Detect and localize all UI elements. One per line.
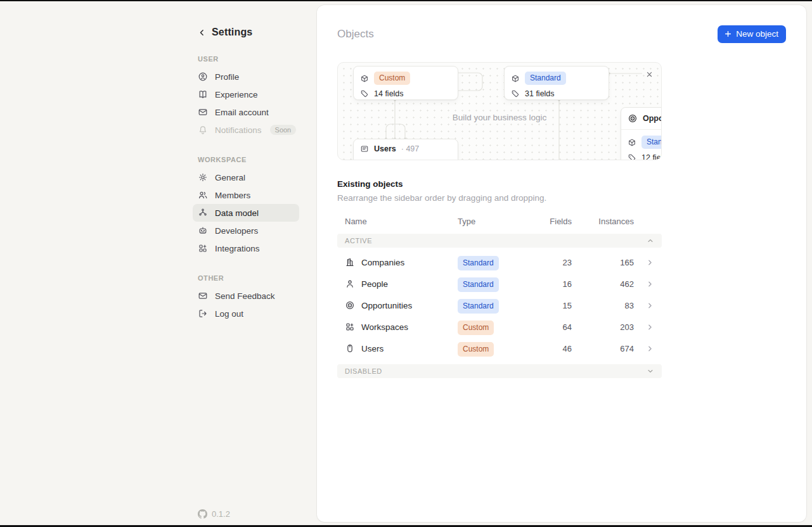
column-fields: Fields bbox=[527, 217, 572, 226]
fields-count: 14 fields bbox=[374, 89, 404, 98]
panel-header: Objects New object bbox=[337, 25, 786, 43]
instances-count: 83 bbox=[572, 301, 634, 310]
user-circle-icon bbox=[198, 72, 208, 82]
mail-icon bbox=[198, 291, 208, 301]
tag-icon bbox=[628, 153, 636, 160]
sidebar-item-general[interactable]: General bbox=[193, 168, 299, 186]
objects-table: Name Type Fields Instances ACTIVECompani… bbox=[337, 213, 662, 378]
banner-card-users: Users · 497 bbox=[353, 139, 458, 160]
column-name: Name bbox=[345, 217, 458, 226]
table-row-workspaces[interactable]: WorkspacesCustom64203 bbox=[337, 316, 662, 338]
sidebar-item-members[interactable]: Members bbox=[193, 186, 299, 204]
group-header-active[interactable]: ACTIVE bbox=[337, 234, 662, 248]
banner-caption: Build your business logic bbox=[338, 113, 661, 122]
table-row-people[interactable]: PeopleStandard16462 bbox=[337, 273, 662, 295]
app-version: 0.1.2 bbox=[198, 509, 230, 519]
fields-count: 31 fields bbox=[525, 89, 555, 98]
sidebar-item-label: Data model bbox=[215, 208, 259, 218]
mouse-icon bbox=[345, 343, 355, 353]
bell-icon bbox=[198, 125, 208, 135]
type-badge: Custom bbox=[458, 321, 494, 335]
existing-objects-subheading: Rearrange the sidebar order by dragging … bbox=[337, 193, 786, 203]
sidebar-item-profile[interactable]: Profile bbox=[193, 68, 299, 86]
sidebar-item-log-out[interactable]: Log out bbox=[193, 305, 299, 322]
robot-icon bbox=[198, 225, 208, 236]
type-badge: Standard bbox=[525, 72, 566, 85]
target-icon bbox=[345, 300, 355, 310]
github-icon bbox=[198, 509, 207, 519]
settings-back-button[interactable]: Settings bbox=[198, 27, 299, 38]
cube-icon bbox=[628, 138, 636, 147]
gear-icon bbox=[198, 172, 208, 182]
window-icon bbox=[360, 144, 369, 153]
banner-card-standard: Standard 31 fields bbox=[504, 66, 609, 100]
sidebar-item-experience[interactable]: Experience bbox=[193, 86, 299, 103]
sidebar-item-label: Notifications bbox=[215, 125, 262, 135]
sidebar-item-developers[interactable]: Developers bbox=[193, 222, 299, 239]
sidebar-item-label: Email account bbox=[215, 108, 269, 117]
sidebar-item-notifications[interactable]: NotificationsSoon bbox=[193, 121, 299, 139]
sidebar-section-user: USERProfileExperienceEmail accountNotifi… bbox=[193, 55, 299, 139]
page-title: Objects bbox=[337, 28, 374, 41]
new-object-button[interactable]: New object bbox=[718, 25, 786, 43]
sidebar-item-integrations[interactable]: Integrations bbox=[193, 239, 299, 257]
object-name: Users bbox=[374, 144, 396, 153]
column-instances: Instances bbox=[572, 217, 634, 226]
sidebar-item-label: Profile bbox=[215, 72, 239, 82]
chevron-up-icon bbox=[647, 237, 654, 244]
type-badge: Custom bbox=[458, 342, 494, 357]
object-name: Companies bbox=[361, 258, 404, 267]
data-model-icon bbox=[198, 208, 208, 218]
chevron-down-icon bbox=[647, 367, 654, 375]
sidebar-item-email-account[interactable]: Email account bbox=[193, 103, 299, 121]
group-label: DISABLED bbox=[345, 367, 382, 375]
building-icon bbox=[345, 257, 355, 267]
sidebar-item-label: Experience bbox=[215, 90, 258, 99]
column-type: Type bbox=[458, 217, 527, 226]
logout-icon bbox=[198, 308, 208, 319]
existing-objects-heading: Existing objects bbox=[337, 179, 786, 189]
banner-card-opportunities: Opportunities Standard 12 fields bbox=[621, 107, 662, 160]
sidebar-section-label: OTHER bbox=[198, 274, 299, 282]
cube-icon bbox=[360, 74, 369, 83]
grid-plus-icon bbox=[345, 322, 355, 332]
instances-count: 203 bbox=[572, 322, 634, 332]
type-badge: Standard bbox=[641, 136, 662, 149]
object-name: Workspaces bbox=[361, 322, 408, 332]
grid-plus-icon bbox=[198, 243, 208, 253]
instances-count: 462 bbox=[572, 279, 634, 289]
sidebar-item-label: Members bbox=[215, 191, 250, 200]
table-row-users[interactable]: UsersCustom46674 bbox=[337, 338, 662, 359]
target-icon bbox=[628, 113, 638, 124]
sidebar-section-other: OTHERSend FeedbackLog out bbox=[193, 274, 299, 322]
book-icon bbox=[198, 89, 208, 99]
members-icon bbox=[198, 190, 208, 200]
person-icon bbox=[345, 279, 355, 289]
version-number: 0.1.2 bbox=[212, 509, 230, 519]
chevron-right-icon bbox=[646, 345, 654, 353]
object-name: People bbox=[361, 279, 388, 289]
object-name: Users bbox=[361, 344, 383, 353]
sidebar-item-data-model[interactable]: Data model bbox=[193, 204, 299, 222]
sidebar-item-label: Log out bbox=[215, 309, 243, 319]
fields-count: 64 bbox=[527, 322, 572, 332]
chevron-right-icon bbox=[646, 302, 654, 310]
sidebar-item-label: Integrations bbox=[215, 244, 260, 253]
sidebar-item-send-feedback[interactable]: Send Feedback bbox=[193, 287, 299, 305]
soon-badge: Soon bbox=[270, 125, 297, 135]
tag-icon bbox=[360, 89, 369, 98]
settings-title: Settings bbox=[212, 27, 252, 38]
table-row-companies[interactable]: CompaniesStandard23165 bbox=[337, 251, 662, 273]
chevron-right-icon bbox=[646, 280, 654, 288]
group-header-disabled[interactable]: DISABLED bbox=[337, 364, 662, 378]
mail-icon bbox=[198, 107, 208, 117]
close-icon bbox=[645, 70, 654, 79]
fields-count: 16 bbox=[527, 279, 572, 289]
new-object-label: New object bbox=[736, 29, 778, 39]
table-row-opportunities[interactable]: OpportunitiesStandard1583 bbox=[337, 295, 662, 316]
chevron-right-icon bbox=[646, 323, 654, 331]
fields-count: 46 bbox=[527, 344, 572, 353]
chevron-right-icon bbox=[646, 258, 654, 267]
settings-sidebar: Settings USERProfileExperienceEmail acco… bbox=[193, 0, 299, 527]
banner-close-button[interactable] bbox=[643, 68, 655, 80]
